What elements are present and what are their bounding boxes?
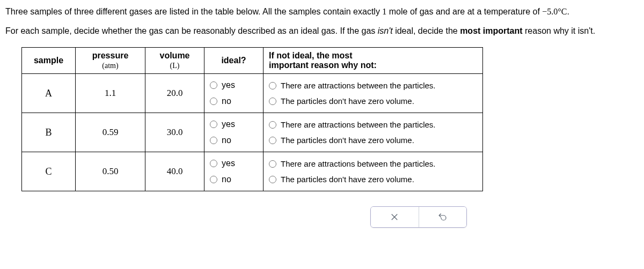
reason-attractions-radio[interactable] — [269, 121, 276, 129]
reason-attractions-option[interactable]: There are attractions between the partic… — [269, 156, 477, 171]
cell-reason: There are attractions between the partic… — [264, 113, 483, 152]
reset-button[interactable] — [419, 207, 467, 227]
th-volume-label: volume — [159, 51, 189, 60]
intro2-mid: ideal, decide the — [393, 26, 460, 35]
ideal-yes-label: yes — [222, 119, 235, 129]
cell-reason: There are attractions between the partic… — [264, 152, 483, 191]
reason-zerovolume-option[interactable]: The particles don't have zero volume. — [269, 132, 477, 148]
reason-attractions-label: There are attractions between the partic… — [281, 159, 436, 168]
cell-pressure: 0.50 — [76, 152, 145, 191]
ideal-yes-option[interactable]: yes — [210, 116, 258, 132]
ideal-no-radio[interactable] — [210, 176, 217, 183]
th-reason: If not ideal, the most important reason … — [264, 48, 483, 74]
th-pressure: pressure (atm) — [76, 48, 145, 74]
reason-zerovolume-radio[interactable] — [269, 176, 276, 183]
cell-sample: A — [22, 74, 76, 113]
reason-attractions-label: There are attractions between the partic… — [281, 81, 436, 90]
ideal-yes-option[interactable]: yes — [210, 155, 258, 171]
th-volume: volume (L) — [145, 48, 204, 74]
cell-ideal: yes no — [204, 152, 264, 191]
intro2-suffix: reason why it isn't. — [523, 26, 596, 35]
ideal-no-radio[interactable] — [210, 137, 217, 144]
th-sample: sample — [22, 48, 76, 74]
intro1-prefix: Three samples of three different gases a… — [5, 7, 382, 16]
th-pressure-label: pressure — [92, 51, 129, 60]
action-bar — [370, 206, 467, 228]
reason-attractions-label: There are attractions between the partic… — [281, 120, 436, 129]
cell-pressure: 0.59 — [76, 113, 145, 152]
ideal-yes-radio[interactable] — [210, 160, 217, 167]
cell-volume: 20.0 — [145, 74, 204, 113]
cell-sample: C — [22, 152, 76, 191]
ideal-yes-radio[interactable] — [210, 81, 217, 89]
th-pressure-unit: (atm) — [81, 62, 140, 70]
th-ideal-label: ideal? — [221, 56, 246, 65]
th-reason-line1: If not ideal, the most — [269, 51, 353, 60]
reason-zerovolume-label: The particles don't have zero volume. — [281, 175, 414, 184]
ideal-yes-label: yes — [222, 80, 235, 90]
cell-volume: 40.0 — [145, 152, 204, 191]
ideal-yes-label: yes — [222, 159, 235, 168]
ideal-no-radio[interactable] — [210, 98, 217, 105]
table-row: C 0.50 40.0 yes no There are attractions… — [22, 152, 483, 191]
cell-sample: B — [22, 113, 76, 152]
reason-zerovolume-radio[interactable] — [269, 137, 276, 144]
reason-zerovolume-option[interactable]: The particles don't have zero volume. — [269, 171, 477, 187]
th-reason-line2: important reason why not: — [269, 61, 377, 70]
intro-paragraph-1: Three samples of three different gases a… — [5, 5, 639, 18]
reason-zerovolume-option[interactable]: The particles don't have zero volume. — [269, 93, 477, 109]
ideal-no-option[interactable]: no — [210, 93, 258, 109]
reason-attractions-option[interactable]: There are attractions between the partic… — [269, 117, 477, 132]
cell-ideal: yes no — [204, 74, 264, 113]
table-row: B 0.59 30.0 yes no There are attractions… — [22, 113, 483, 152]
close-icon — [390, 212, 399, 222]
cell-pressure: 1.1 — [76, 74, 145, 113]
cell-ideal: yes no — [204, 113, 264, 152]
intro2-isnt: isn't — [378, 26, 393, 35]
reason-zerovolume-label: The particles don't have zero volume. — [281, 96, 414, 106]
ideal-yes-radio[interactable] — [210, 121, 217, 128]
cell-volume: 30.0 — [145, 113, 204, 152]
cell-reason: There are attractions between the partic… — [264, 74, 483, 113]
intro1-mid: mole of gas and are at a temperature of — [386, 7, 542, 16]
ideal-no-label: no — [222, 175, 231, 184]
th-volume-unit: (L) — [151, 62, 199, 70]
intro2-prefix: For each sample, decide whether the gas … — [5, 26, 378, 35]
table-row: A 1.1 20.0 yes no There are attractions … — [22, 74, 483, 113]
th-sample-label: sample — [34, 56, 63, 65]
clear-button[interactable] — [371, 207, 419, 227]
intro1-suffix: . — [567, 7, 569, 16]
reason-attractions-radio[interactable] — [269, 160, 276, 168]
intro1-temperature: −5.0°C — [542, 7, 567, 16]
ideal-no-label: no — [222, 96, 231, 106]
reason-zerovolume-radio[interactable] — [269, 98, 276, 105]
th-ideal: ideal? — [204, 48, 264, 74]
reason-attractions-radio[interactable] — [269, 82, 276, 89]
intro-paragraph-2: For each sample, decide whether the gas … — [5, 25, 639, 38]
ideal-yes-option[interactable]: yes — [210, 77, 258, 93]
reason-zerovolume-label: The particles don't have zero volume. — [281, 136, 414, 145]
ideal-no-label: no — [222, 136, 231, 145]
undo-icon — [438, 212, 448, 222]
gas-samples-table: sample pressure (atm) volume (L) ideal? … — [21, 47, 483, 191]
ideal-no-option[interactable]: no — [210, 132, 258, 148]
ideal-no-option[interactable]: no — [210, 171, 258, 188]
intro2-mostimportant: most important — [460, 26, 522, 35]
reason-attractions-option[interactable]: There are attractions between the partic… — [269, 78, 477, 93]
